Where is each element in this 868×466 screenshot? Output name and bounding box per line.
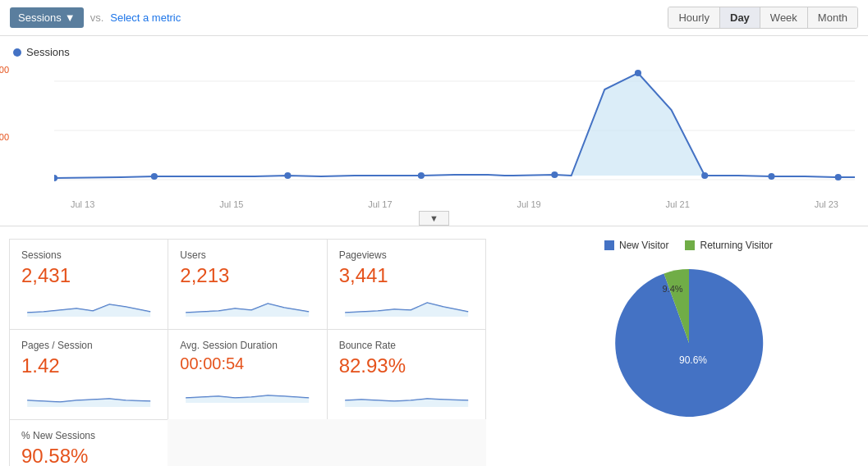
- svg-marker-14: [186, 304, 309, 317]
- y-axis-top: 2,000: [0, 65, 9, 75]
- collapse-button[interactable]: ▼: [419, 211, 449, 226]
- stat-value-bounce-rate: 82.93%: [339, 354, 474, 377]
- chart-collapse[interactable]: ▼: [13, 211, 855, 226]
- pie-legend: New Visitor Returning Visitor: [604, 240, 773, 251]
- sparkline-pages-session: [21, 382, 156, 407]
- stat-label-sessions: Sessions: [21, 249, 156, 261]
- legend-returning-label: Returning Visitor: [700, 240, 773, 251]
- stat-card-empty-1: [168, 419, 327, 466]
- legend-color-returning: [685, 240, 695, 250]
- chart-series-label: Sessions: [13, 46, 855, 58]
- stat-value-users: 2,213: [180, 264, 315, 287]
- svg-point-9: [635, 70, 641, 76]
- svg-point-7: [418, 172, 425, 179]
- metric-label: Sessions: [18, 11, 62, 24]
- stat-label-users: Users: [180, 249, 315, 261]
- stat-card-avg-duration: Avg. Session Duration 00:00:54: [168, 329, 327, 420]
- chart-area: Sessions 2,000 1,000: [0, 36, 868, 226]
- collapse-icon: ▼: [429, 213, 439, 223]
- stat-value-avg-duration: 00:00:54: [180, 354, 315, 373]
- legend-color-new: [604, 240, 614, 250]
- svg-point-4: [54, 175, 57, 181]
- stat-card-pageviews: Pageviews 3,441: [327, 239, 486, 330]
- svg-point-12: [835, 174, 842, 180]
- stat-value-sessions: 2,431: [21, 264, 156, 287]
- stat-label-new-sessions: % New Sessions: [21, 430, 156, 441]
- sparkline-avg-duration: [180, 378, 315, 403]
- time-btn-week[interactable]: Week: [760, 7, 808, 28]
- stat-card-bounce-rate: Bounce Rate 82.93%: [327, 329, 486, 420]
- vs-label: vs.: [90, 11, 104, 24]
- legend-new-label: New Visitor: [619, 240, 668, 251]
- pie-section: New Visitor Returning Visitor 90.6% 9.4%: [486, 240, 858, 466]
- svg-point-5: [151, 173, 158, 180]
- metric-dropdown[interactable]: Sessions ▼: [10, 7, 84, 28]
- stat-label-bounce-rate: Bounce Rate: [339, 340, 474, 351]
- x-label-4: Jul 21: [666, 199, 690, 209]
- stat-label-pages-session: Pages / Session: [21, 340, 156, 351]
- stat-card-pages-session: Pages / Session 1.42: [9, 329, 168, 420]
- stat-label-avg-duration: Avg. Session Duration: [180, 340, 315, 351]
- dropdown-arrow-icon: ▼: [65, 11, 76, 24]
- stat-value-pages-session: 1.42: [21, 354, 156, 377]
- sparkline-pageviews: [339, 292, 474, 317]
- x-label-3: Jul 19: [517, 199, 540, 209]
- stat-card-new-sessions: % New Sessions 90.58%: [9, 419, 168, 466]
- select-metric-link[interactable]: Select a metric: [110, 11, 181, 24]
- sparkline-sessions: [21, 292, 156, 317]
- stat-value-pageviews: 3,441: [339, 264, 474, 287]
- pie-chart: 90.6% 9.4%: [607, 261, 771, 425]
- time-btn-month[interactable]: Month: [808, 7, 857, 28]
- time-btn-hourly[interactable]: Hourly: [668, 7, 720, 28]
- svg-marker-3: [513, 73, 746, 176]
- x-label-5: Jul 23: [815, 199, 838, 209]
- pie-new-pct-label: 90.6%: [678, 354, 706, 366]
- stats-left: Sessions 2,431 Users 2,213 Pageviews 3,4…: [10, 240, 486, 466]
- stat-card-sessions: Sessions 2,431: [9, 239, 168, 330]
- x-label-0: Jul 13: [71, 199, 94, 209]
- pie-svg: 90.6% 9.4%: [607, 261, 771, 425]
- stats-section: Sessions 2,431 Users 2,213 Pageviews 3,4…: [0, 226, 868, 466]
- svg-point-6: [284, 172, 291, 179]
- svg-point-10: [701, 172, 708, 179]
- stat-card-empty-2: [327, 419, 486, 466]
- svg-point-11: [768, 173, 774, 180]
- legend-new-visitor: New Visitor: [604, 240, 668, 251]
- stat-card-users: Users 2,213: [168, 239, 327, 330]
- time-btn-day[interactable]: Day: [720, 7, 760, 28]
- chart-dot-icon: [13, 48, 21, 57]
- stat-value-new-sessions: 90.58%: [21, 445, 156, 466]
- pie-returning-pct-label: 9.4%: [662, 284, 682, 294]
- x-label-1: Jul 15: [219, 199, 243, 209]
- series-label-text: Sessions: [26, 46, 70, 58]
- svg-point-8: [551, 171, 558, 178]
- svg-marker-13: [27, 304, 150, 317]
- sparkline-users: [180, 292, 315, 317]
- y-axis: 2,000 1,000: [0, 65, 9, 209]
- sparkline-bounce-rate: [339, 382, 474, 407]
- x-axis: Jul 13 Jul 15 Jul 17 Jul 19 Jul 21 Jul 2…: [54, 199, 855, 209]
- stats-grid: Sessions 2,431 Users 2,213 Pageviews 3,4…: [10, 240, 486, 466]
- x-label-2: Jul 17: [368, 199, 392, 209]
- stat-label-pageviews: Pageviews: [339, 249, 474, 261]
- top-bar: Sessions ▼ vs. Select a metric Hourly Da…: [0, 0, 868, 36]
- y-axis-mid: 1,000: [0, 132, 9, 142]
- top-left: Sessions ▼ vs. Select a metric: [10, 7, 181, 28]
- time-button-group: Hourly Day Week Month: [668, 7, 858, 29]
- line-chart: [54, 65, 855, 196]
- legend-returning-visitor: Returning Visitor: [685, 240, 773, 251]
